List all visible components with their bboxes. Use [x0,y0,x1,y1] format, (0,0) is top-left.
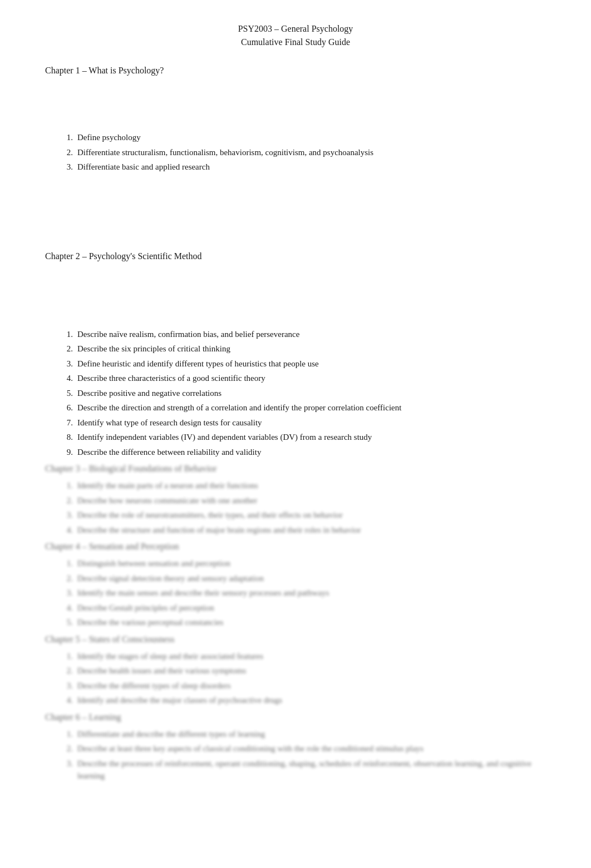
list-number: 7. [62,416,77,429]
list-number: 3. [62,358,77,370]
list-item: 2. Describe how neurons communicate with… [62,494,546,507]
list-text: Describe the processes of reinforcement,… [77,757,546,782]
chapter6-objectives: 1. Differentiate and describe the differ… [62,728,546,782]
list-item: 1. Describe naïve realism, confirmation … [62,328,546,341]
list-text: Describe the role of neurotransmitters, … [77,509,343,522]
chapter2-section: Chapter 2 – Psychology's Scientific Meth… [45,251,546,459]
chapter6-list: 1. Differentiate and describe the differ… [62,728,546,782]
list-number: 2. [62,742,77,755]
list-item: 3. Define heuristic and identify differe… [62,358,546,370]
list-item: 8. Identify independent variables (IV) a… [62,431,546,444]
list-text: Describe the difference between reliabil… [77,446,261,459]
chapter3-section: Chapter 3 – Biological Foundations of Be… [45,464,546,536]
list-item: 7. Identify what type of research design… [62,416,546,429]
list-number: 2. [62,494,77,507]
list-item: 4. Describe three characteristics of a g… [62,372,546,385]
chapter1-objectives: 1. Define psychology 2. Differentiate st… [62,131,546,173]
list-number: 5. [62,616,77,629]
list-number: 1. [62,328,77,341]
list-item: 5. Describe the various perceptual const… [62,616,546,629]
list-item: 3. Describe the role of neurotransmitter… [62,509,546,522]
list-number: 4. [62,372,77,385]
list-number: 9. [62,446,77,459]
chapter6-heading: Chapter 6 – Learning [45,712,546,722]
list-text: Describe the different types of sleep di… [77,679,230,692]
list-item: 4. Describe Gestalt principles of percep… [62,602,546,614]
chapter4-list: 1. Distinguish between sensation and per… [62,557,546,629]
list-number: 8. [62,431,77,444]
spacer [45,81,546,131]
chapter4-objectives: 1. Distinguish between sensation and per… [62,557,546,629]
list-number: 2. [62,146,77,159]
chapter3-heading: Chapter 3 – Biological Foundations of Be… [45,464,546,474]
chapter3-objectives: 1. Identify the main parts of a neuron a… [62,479,546,536]
list-text: Describe the six principles of critical … [77,343,230,355]
document-header: PSY2003 – General Psychology Cumulative … [45,22,546,49]
list-number: 1. [62,728,77,741]
list-number: 2. [62,343,77,355]
list-item: 2. Describe the six principles of critic… [62,343,546,355]
list-text: Identify independent variables (IV) and … [77,431,372,444]
list-text: Differentiate and describe the different… [77,728,265,741]
list-number: 2. [62,664,77,677]
chapter2-heading: Chapter 2 – Psychology's Scientific Meth… [45,251,546,261]
list-number: 1. [62,557,77,570]
list-number: 3. [62,757,77,782]
spacer-between-chapters [45,179,546,246]
list-number: 3. [62,587,77,599]
list-number: 4. [62,694,77,707]
list-item: 5. Describe positive and negative correl… [62,387,546,400]
list-number: 1. [62,131,77,144]
page-container: PSY2003 – General Psychology Cumulative … [45,22,546,782]
chapter1-heading: Chapter 1 – What is Psychology? [45,66,546,76]
list-number: 6. [62,401,77,414]
list-item: 3. Describe the different types of sleep… [62,679,546,692]
list-number: 3. [62,679,77,692]
list-item: 1. Define psychology [62,131,546,144]
list-item: 3. Describe the processes of reinforceme… [62,757,546,782]
list-number: 1. [62,650,77,663]
list-text: Identify the main parts of a neuron and … [77,479,258,492]
list-item: 9. Describe the difference between relia… [62,446,546,459]
list-item: 3. Differentiate basic and applied resea… [62,161,546,173]
chapter2-list: 1. Describe naïve realism, confirmation … [62,328,546,459]
list-text: Differentiate basic and applied research [77,161,210,173]
list-item: 1. Identify the main parts of a neuron a… [62,479,546,492]
list-text: Identify and describe the major classes … [77,694,282,707]
list-text: Describe at least three key aspects of c… [77,742,423,755]
list-item: 2. Describe health issues and their vari… [62,664,546,677]
list-number: 1. [62,479,77,492]
header-title: PSY2003 – General Psychology Cumulative … [45,22,546,49]
chapter5-objectives: 1. Identify the stages of sleep and thei… [62,650,546,707]
list-item: 2. Differentiate structuralism, function… [62,146,546,159]
list-text: Differentiate structuralism, functionali… [77,146,373,159]
list-number: 2. [62,572,77,585]
list-text: Describe health issues and their various… [77,664,246,677]
list-text: Describe signal detection theory and sen… [77,572,264,585]
list-text: Describe naïve realism, confirmation bia… [77,328,299,341]
chapter1-list: 1. Define psychology 2. Differentiate st… [62,131,546,173]
list-item: 4. Identify and describe the major class… [62,694,546,707]
list-text: Describe three characteristics of a good… [77,372,265,385]
chapter1-section: Chapter 1 – What is Psychology? 1. Defin… [45,66,546,173]
list-item: 4. Describe the structure and function o… [62,524,546,537]
list-text: Identify the stages of sleep and their a… [77,650,263,663]
list-item: 2. Describe signal detection theory and … [62,572,546,585]
list-text: Describe the various perceptual constanc… [77,616,223,629]
list-text: Identify the main senses and describe th… [77,587,329,599]
chapter4-heading: Chapter 4 – Sensation and Perception [45,542,546,552]
chapter3-list: 1. Identify the main parts of a neuron a… [62,479,546,536]
list-text: Define heuristic and identify different … [77,358,319,370]
list-number: 4. [62,524,77,537]
list-item: 6. Describe the direction and strength o… [62,401,546,414]
chapter5-heading: Chapter 5 – States of Consciousness [45,634,546,644]
list-text: Describe positive and negative correlati… [77,387,221,400]
list-text: Describe Gestalt principles of perceptio… [77,602,214,614]
spacer [45,267,546,328]
list-text: Describe the structure and function of m… [77,524,361,537]
list-number: 3. [62,509,77,522]
list-item: 2. Describe at least three key aspects o… [62,742,546,755]
list-text: Identify what type of research design te… [77,416,262,429]
list-text: Describe the direction and strength of a… [77,401,401,414]
list-item: 1. Distinguish between sensation and per… [62,557,546,570]
